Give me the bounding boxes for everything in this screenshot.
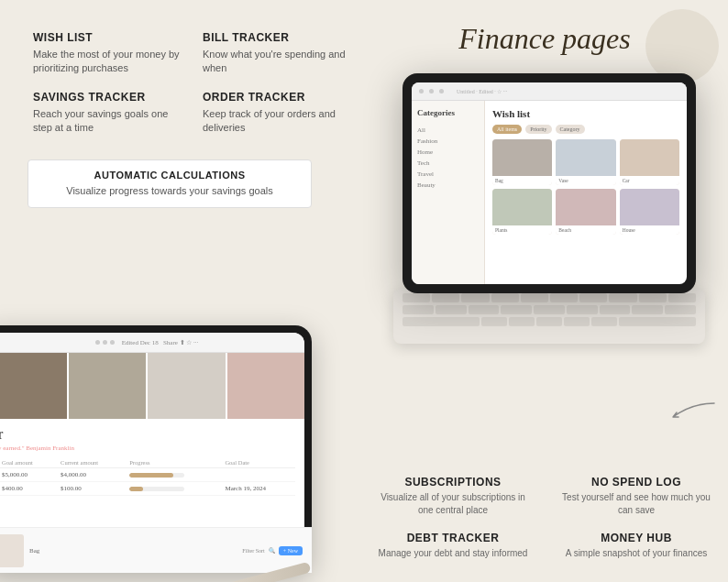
wishlist-card-6: House <box>620 189 679 235</box>
sidebar-item-fashion[interactable]: Fashion <box>417 136 479 147</box>
ipad-sidebar-title: Categories <box>417 108 479 117</box>
row2-goal: $400.00 <box>0 482 57 496</box>
keyboard-row-2 <box>403 305 696 314</box>
filter-label: Filter Sort <box>242 548 265 554</box>
sidebar-item-travel[interactable]: Travel <box>417 169 479 180</box>
tracker-area: r y earned." Benjamin Franklin Goal amou… <box>0 419 304 503</box>
auto-calc-desc: Visualize progress towards your savings … <box>41 184 298 198</box>
key <box>501 305 532 314</box>
ipad-sidebar: Categories All Fashion Home Tech Travel … <box>412 101 485 284</box>
search-icon-text: 🔍 <box>269 547 275 554</box>
left-section: WISH LIST Make the most of your money by… <box>0 0 367 582</box>
progress-fill-1 <box>129 473 173 478</box>
auto-calc-box: AUTOMATIC CALCULATIONS Visualize progres… <box>28 159 312 208</box>
ipad-body: Untitled · Edited · ☆ ··· Categories All… <box>403 73 696 293</box>
feature-subscriptions: SUBSCRIPTIONS Visualize all of your subs… <box>370 472 535 521</box>
tracker-quote: y earned." Benjamin Franklin <box>0 445 295 452</box>
card-img-2 <box>556 139 615 176</box>
keyboard-row-3 <box>403 317 696 326</box>
card-label-1: Bag <box>492 176 552 185</box>
bottom-feature-grid: SUBSCRIPTIONS Visualize all of your subs… <box>370 472 719 564</box>
col-current: Current amount <box>57 457 126 468</box>
card-img-5 <box>556 189 615 225</box>
key <box>632 305 663 314</box>
feature-bill-tracker: BILL TRACKER Know what you're spending a… <box>197 26 367 85</box>
key <box>536 317 562 326</box>
right-section: Finance pages Untitled · Edited · ☆ ··· … <box>361 0 728 582</box>
feature-wish-list: WISH LIST Make the most of your money by… <box>28 26 197 85</box>
tablet-screen: Edited Dec 18 Share ⬆ ☆ ··· r y earned."… <box>0 333 304 566</box>
bill-tracker-desc: Know what you're spending and when <box>203 48 356 76</box>
auto-calc-title: AUTOMATIC CALCULATIONS <box>41 170 298 181</box>
ipad-dot-1 <box>419 89 424 93</box>
key <box>600 305 631 314</box>
savings-tracker-desc: Reach your savings goals one step at a t… <box>33 107 186 136</box>
page-title: Finance pages <box>380 22 710 56</box>
card-img-3 <box>620 139 679 176</box>
bottom-wishlist-bar: Bag Filter Sort 🔍 + New <box>0 527 304 566</box>
ipad-content: Categories All Fashion Home Tech Travel … <box>412 101 687 284</box>
col-goal: Goal amount <box>0 457 57 468</box>
card-label-2: Vase <box>556 176 615 185</box>
feature-order-tracker: ORDER TRACKER Keep track of your orders … <box>197 85 367 145</box>
wishlist-thumb <box>0 534 24 566</box>
img-2 <box>69 353 147 419</box>
img-4 <box>227 353 305 419</box>
bottom-features-right: SUBSCRIPTIONS Visualize all of your subs… <box>370 472 719 564</box>
img-3 <box>148 353 226 419</box>
sidebar-item-home[interactable]: Home <box>417 147 479 158</box>
card-label-5: Beach <box>556 225 615 235</box>
progress-bar-1 <box>129 473 184 478</box>
col-date: Goal Date <box>221 457 295 468</box>
filter-all[interactable]: All items <box>492 125 522 134</box>
no-spend-title: NO SPEND LOG <box>557 476 715 489</box>
col-progress: Progress <box>126 457 221 468</box>
feature-grid-left: WISH LIST Make the most of your money by… <box>0 0 385 154</box>
table-row: $400.00 $100.00 March 19, 2024 <box>0 482 295 496</box>
filter-priority[interactable]: Priority <box>525 125 551 134</box>
key <box>609 293 636 302</box>
ipad-main: Wish list All items Priority Category Ba… <box>485 101 687 284</box>
ipad-main-title: Wish list <box>492 108 679 119</box>
filter-category[interactable]: Category <box>556 125 585 134</box>
dot-3 <box>110 340 115 345</box>
debt-tracker-title: DEBT TRACKER <box>374 532 532 544</box>
card-img-4 <box>492 189 552 225</box>
key <box>469 305 500 314</box>
sidebar-item-all[interactable]: All <box>417 125 479 136</box>
key <box>461 293 489 302</box>
key <box>403 293 430 302</box>
header-dots <box>95 340 115 345</box>
ipad-filter-row: All items Priority Category <box>492 125 679 134</box>
key-backspace <box>619 317 696 326</box>
card-img-1 <box>492 139 552 176</box>
header-text: Edited Dec 18 Share ⬆ ☆ ··· <box>122 339 199 346</box>
keyboard-row-1 <box>403 293 696 302</box>
key <box>432 293 459 302</box>
bill-tracker-title: BILL TRACKER <box>203 31 356 44</box>
money-hub-desc: A simple snapshot of your finances <box>557 547 715 560</box>
table-row: $5,000.00 $4,000.00 <box>0 468 295 482</box>
ipad-screen: Untitled · Edited · ☆ ··· Categories All… <box>412 82 687 284</box>
card-label-4: Plants <box>492 225 552 235</box>
wishlist-card-2: Vase <box>556 139 615 185</box>
ipad-right-mockup: Untitled · Edited · ☆ ··· Categories All… <box>380 73 719 367</box>
tracker-label: r <box>0 426 295 443</box>
subscriptions-desc: Visualize all of your subscriptions in o… <box>374 491 532 517</box>
sidebar-item-beauty[interactable]: Beauty <box>417 180 479 191</box>
savings-tracker-title: SAVINGS TRACKER <box>33 91 186 104</box>
key <box>639 293 667 302</box>
key <box>521 293 548 302</box>
page: WISH LIST Make the most of your money by… <box>0 0 728 582</box>
tablet-images <box>0 353 304 419</box>
sidebar-item-tech[interactable]: Tech <box>417 158 479 169</box>
new-button[interactable]: + New <box>279 546 303 555</box>
card-label-6: House <box>620 225 679 235</box>
tracker-table: Goal amount Current amount Progress Goal… <box>0 457 295 496</box>
feature-no-spend-log: NO SPEND LOG Test yourself and see how m… <box>554 472 719 521</box>
tablet-left-mockup: Edited Dec 18 Share ⬆ ☆ ··· r y earned."… <box>0 307 330 582</box>
dot-1 <box>95 340 100 345</box>
key <box>403 305 434 314</box>
progress-fill-2 <box>129 487 143 491</box>
wishlist-item-label: Bag <box>29 547 39 555</box>
